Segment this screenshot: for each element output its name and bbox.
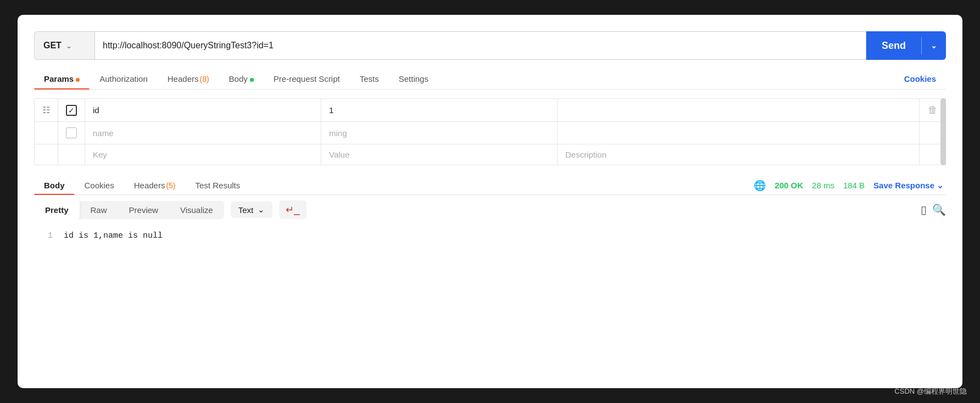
tab-headers[interactable]: Headers(8) — [158, 69, 219, 89]
line-number-1: 1 — [40, 231, 53, 240]
tab-settings[interactable]: Settings — [389, 69, 438, 89]
response-tab-cookies[interactable]: Cookies — [75, 176, 124, 194]
method-select[interactable]: GET ⌄ — [34, 31, 94, 60]
format-visualize[interactable]: Visualize — [169, 201, 224, 219]
wrap-icon-button[interactable]: ↵⎯ — [279, 200, 307, 219]
save-response-chevron: ⌄ — [937, 181, 944, 191]
params-section: ☷ ✓ id 1 🗑 — [34, 98, 946, 165]
main-window: GET ⌄ Send ⌄ Params Authorization Header… — [18, 15, 962, 388]
status-ok: 200 OK — [775, 181, 803, 190]
table-row: ☷ ✓ id 1 🗑 — [35, 99, 946, 122]
response-line-1: 1 id is 1,name is null — [34, 230, 946, 242]
url-input[interactable] — [103, 41, 858, 51]
watermark: CSDN @编程界明世隐 — [894, 387, 967, 396]
tab-tests[interactable]: Tests — [350, 69, 389, 89]
filter-placeholder — [35, 144, 58, 165]
key-placeholder[interactable]: Key — [85, 144, 321, 165]
status-size: 184 B — [843, 181, 865, 190]
line-content-1: id is 1,name is null — [64, 231, 163, 240]
copy-button[interactable]: ▯ — [921, 203, 927, 216]
format-preview[interactable]: Preview — [118, 201, 169, 219]
tab-authorization[interactable]: Authorization — [90, 69, 158, 89]
filter-icon[interactable]: ☷ — [42, 105, 50, 115]
check-cell-1: ✓ — [58, 99, 85, 122]
save-response-button[interactable]: Save Response ⌄ — [873, 181, 944, 191]
format-pretty[interactable]: Pretty — [34, 201, 80, 219]
send-label: Send — [866, 31, 921, 60]
check-cell-2 — [58, 122, 85, 144]
value-cell-2[interactable]: ming — [321, 122, 558, 144]
desc-placeholder[interactable]: Description — [558, 144, 920, 165]
tab-body[interactable]: Body — [219, 69, 264, 89]
search-button[interactable]: 🔍 — [932, 203, 946, 216]
value-placeholder[interactable]: Value — [321, 144, 558, 165]
globe-icon[interactable]: 🌐 — [754, 180, 766, 192]
filter-cell: ☷ — [35, 99, 58, 122]
checkbox-2[interactable] — [66, 127, 77, 138]
table-placeholder-row: Key Value Description — [35, 144, 946, 165]
format-raw[interactable]: Raw — [80, 201, 118, 219]
table-row: name ming — [35, 122, 946, 144]
filter-cell-2 — [35, 122, 58, 144]
chevron-down-icon: ⌄ — [66, 42, 72, 50]
send-dropdown-icon[interactable]: ⌄ — [922, 31, 946, 60]
tab-params[interactable]: Params — [34, 69, 90, 89]
response-tabs-row: Body Cookies Headers(5) Test Results 🌐 2… — [34, 176, 946, 195]
format-bar: Pretty Raw Preview Visualize Text ⌄ ↵⎯ ▯… — [34, 195, 946, 225]
check-placeholder — [58, 144, 85, 165]
value-cell-1[interactable]: 1 — [321, 99, 558, 122]
send-button[interactable]: Send ⌄ — [866, 31, 946, 60]
response-section: Body Cookies Headers(5) Test Results 🌐 2… — [34, 176, 946, 247]
desc-cell-1[interactable] — [558, 99, 920, 122]
response-tab-headers[interactable]: Headers(5) — [124, 176, 186, 194]
tab-cookies[interactable]: Cookies — [894, 69, 946, 89]
type-select-chevron: ⌄ — [258, 205, 265, 215]
request-tabs: Params Authorization Headers(8) Body Pre… — [34, 69, 946, 89]
params-dot — [76, 78, 80, 82]
response-tab-test-results[interactable]: Test Results — [186, 176, 250, 194]
body-dot — [250, 78, 254, 82]
scrollbar[interactable] — [940, 98, 946, 165]
key-cell-2[interactable]: name — [85, 122, 321, 144]
response-body: 1 id is 1,name is null — [34, 225, 946, 247]
wrap-icon: ↵⎯ — [286, 204, 300, 215]
type-select[interactable]: Text ⌄ — [231, 201, 273, 218]
desc-cell-2[interactable] — [558, 122, 920, 144]
response-tab-body[interactable]: Body — [34, 176, 75, 194]
method-label: GET — [43, 41, 62, 51]
format-right: ▯ 🔍 — [921, 203, 946, 216]
checkbox-1[interactable]: ✓ — [66, 105, 77, 116]
format-buttons: Pretty Raw Preview Visualize — [34, 201, 224, 219]
key-cell-1[interactable]: id — [85, 99, 321, 122]
status-time: 28 ms — [812, 181, 834, 190]
tab-pre-request-script[interactable]: Pre-request Script — [264, 69, 350, 89]
params-table: ☷ ✓ id 1 🗑 — [34, 98, 946, 165]
delete-icon-1[interactable]: 🗑 — [928, 104, 938, 115]
url-bar: GET ⌄ Send ⌄ — [34, 31, 946, 60]
response-status-row: 🌐 200 OK 28 ms 184 B Save Response ⌄ — [751, 180, 946, 192]
url-input-wrap — [94, 31, 866, 60]
